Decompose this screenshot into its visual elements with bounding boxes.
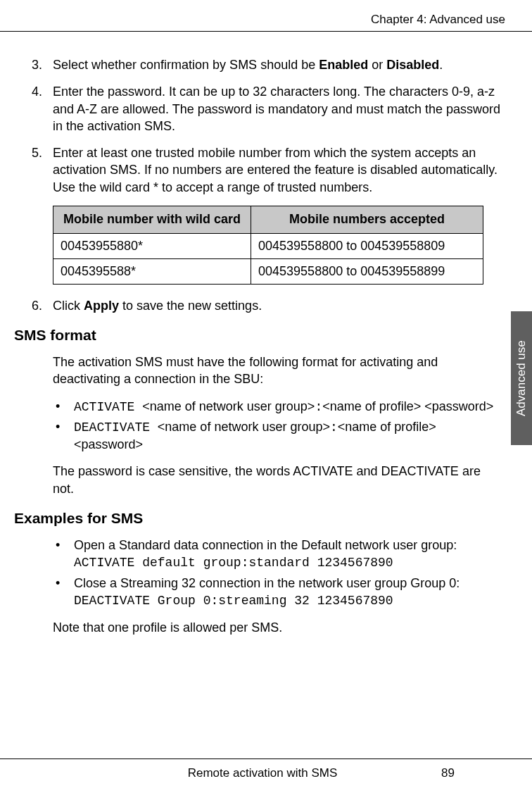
step-6-bold-apply: Apply — [84, 299, 119, 313]
step-3-text-pre: Select whether confirmation by SMS shoul… — [53, 58, 319, 72]
table-cell: 004539558800 to 004539558809 — [251, 233, 483, 258]
placeholder-group: <name of network user group> — [142, 399, 315, 413]
code-deactivate: DEACTIVATE — [74, 420, 158, 435]
table-header-wildcard: Mobile number with wild card — [53, 206, 251, 234]
table-cell: 004539558800 to 004539558899 — [251, 258, 483, 284]
placeholder-group: <name of network user group> — [158, 420, 330, 434]
step-3-bold-disabled: Disabled — [386, 58, 439, 72]
example-text: Close a Streaming 32 connection in the n… — [74, 576, 460, 590]
step-5: Enter at least one trusted mobile number… — [32, 144, 501, 196]
step-6-post: to save the new settings. — [119, 299, 262, 313]
step-3-text-mid: or — [368, 58, 386, 72]
list-item: DEACTIVATE <name of network user group>:… — [53, 418, 501, 454]
examples-heading: Examples for SMS — [14, 510, 501, 527]
sms-format-intro: The activation SMS must have the followi… — [32, 354, 501, 388]
page: Chapter 4: Advanced use Select whether c… — [0, 0, 532, 637]
sms-format-note: The password is case sensitive, the word… — [32, 463, 501, 497]
example-code: ACTIVATE default group:standard 12345678… — [74, 556, 393, 570]
example-code: DEACTIVATE Group 0:streaming 32 12345678… — [74, 594, 393, 608]
step-3-text-post: . — [439, 58, 443, 72]
table-row: 0045395588* 004539558800 to 004539558899 — [53, 258, 483, 284]
footer-title: Remote activation with SMS — [188, 766, 338, 780]
code-colon: : — [315, 400, 322, 414]
step-6-list: Click Apply to save the new settings. — [32, 297, 501, 314]
list-item: Close a Streaming 32 connection in the n… — [53, 575, 501, 610]
placeholder-profile-pw: <name of profile> <password> — [322, 399, 493, 413]
list-item: ACTIVATE <name of network user group>:<n… — [53, 398, 501, 416]
step-6-pre: Click — [53, 299, 84, 313]
sms-format-heading: SMS format — [14, 327, 501, 344]
examples-note: Note that one profile is allowed per SMS… — [32, 619, 501, 636]
step-3: Select whether confirmation by SMS shoul… — [32, 56, 501, 73]
footer: Remote activation with SMS 89 — [0, 758, 532, 780]
side-tab: Advanced use — [511, 311, 532, 445]
step-4: Enter the password. It can be up to 32 c… — [32, 83, 501, 135]
code-activate: ACTIVATE — [74, 400, 142, 414]
table-header-row: Mobile number with wild card Mobile numb… — [53, 206, 483, 234]
wildcard-table: Mobile number with wild card Mobile numb… — [53, 206, 483, 285]
table-header-accepted: Mobile numbers accepted — [251, 206, 483, 234]
table-cell: 0045395588* — [53, 258, 251, 284]
examples-list: Open a Standard data connection in the D… — [32, 537, 501, 609]
table-row: 00453955880* 004539558800 to 00453955880… — [53, 233, 483, 258]
sms-format-list: ACTIVATE <name of network user group>:<n… — [32, 398, 501, 454]
footer-row: Remote activation with SMS 89 — [14, 766, 511, 780]
content-area: Select whether confirmation by SMS shoul… — [14, 32, 511, 637]
page-number: 89 — [441, 766, 455, 780]
code-colon: : — [330, 420, 338, 435]
chapter-header: Chapter 4: Advanced use — [14, 13, 511, 31]
footer-rule — [0, 758, 532, 759]
example-text: Open a Standard data connection in the D… — [74, 538, 457, 552]
steps-list: Select whether confirmation by SMS shoul… — [32, 56, 501, 196]
list-item: Open a Standard data connection in the D… — [53, 537, 501, 572]
step-6: Click Apply to save the new settings. — [32, 297, 501, 314]
table-cell: 00453955880* — [53, 233, 251, 258]
step-3-bold-enabled: Enabled — [319, 58, 368, 72]
